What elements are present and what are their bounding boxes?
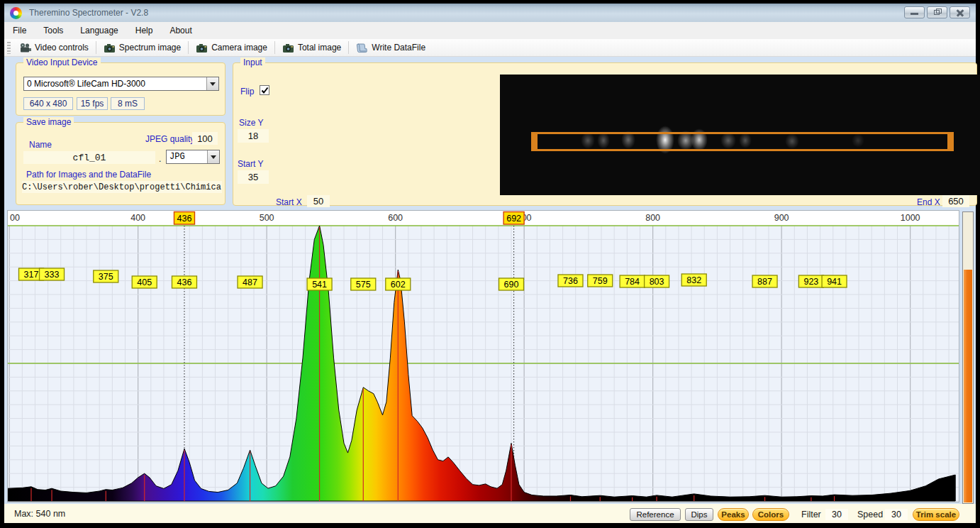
svg-text:333: 333 xyxy=(45,270,60,280)
menu-file[interactable]: File xyxy=(4,23,35,38)
svg-text:317: 317 xyxy=(24,270,39,280)
svg-text:803: 803 xyxy=(650,277,664,287)
signal-level-fill xyxy=(964,270,972,502)
svg-text:923: 923 xyxy=(803,277,818,287)
menu-help[interactable]: Help xyxy=(127,23,162,38)
name-label: Name xyxy=(29,140,52,150)
menu-language[interactable]: Language xyxy=(72,23,126,38)
chevron-down-icon[interactable] xyxy=(207,150,219,163)
svg-text:692: 692 xyxy=(506,214,521,224)
reference-button[interactable]: Reference xyxy=(630,508,681,521)
selection-left-handle[interactable] xyxy=(533,134,538,149)
peaks-button[interactable]: Peaks xyxy=(718,508,749,521)
svg-text:1000: 1000 xyxy=(901,213,920,223)
dot-separator: . xyxy=(159,154,161,164)
title-bar[interactable]: Theremino Spectrometer - V2.8 xyxy=(4,4,976,22)
dips-button[interactable]: Dips xyxy=(685,508,713,521)
signal-level-indicator[interactable] xyxy=(962,211,974,504)
toolbar-label: Video controls xyxy=(35,43,89,53)
svg-text:575: 575 xyxy=(356,280,371,290)
flip-checkbox[interactable] xyxy=(260,85,269,95)
toolbar-camera-image[interactable]: Camera image xyxy=(191,40,272,55)
toolbar-label: Write DataFile xyxy=(372,43,425,53)
svg-text:759: 759 xyxy=(593,276,608,286)
path-value[interactable]: C:\Users\rober\Desktop\progetti\Chimica xyxy=(22,181,222,193)
group-title: Video Input Device xyxy=(23,57,101,67)
svg-text:00: 00 xyxy=(10,213,20,223)
menu-bar: File Tools Language Help About xyxy=(4,22,976,39)
filter-label: Filter xyxy=(801,510,821,519)
start-x-value[interactable]: 50 xyxy=(307,195,330,207)
size-y-label: Size Y xyxy=(239,118,263,128)
jpeg-quality-value[interactable]: 100 xyxy=(192,132,218,145)
video-input-device-group: Video Input Device 0 Microsoft® LifeCam … xyxy=(16,62,225,116)
jpeg-quality-label: JPEG quality xyxy=(145,134,194,144)
minimize-button[interactable] xyxy=(904,6,925,18)
toolbar-spectrum-image[interactable]: Spectrum image xyxy=(99,40,186,55)
svg-text:690: 690 xyxy=(504,280,519,290)
toolbar-grip[interactable] xyxy=(7,42,11,54)
svg-text:887: 887 xyxy=(757,277,772,287)
restore-button[interactable] xyxy=(927,6,947,18)
camera-icon xyxy=(282,43,294,53)
svg-text:736: 736 xyxy=(563,276,578,286)
svg-text:900: 900 xyxy=(774,213,789,223)
colors-button[interactable]: Colors xyxy=(752,508,789,521)
svg-text:941: 941 xyxy=(827,277,842,287)
selected-device: 0 Microsoft® LifeCam HD-3000 xyxy=(24,79,206,89)
toolbar-total-image[interactable]: Total image xyxy=(277,40,346,55)
svg-text:600: 600 xyxy=(388,213,403,223)
window-title: Theremino Spectrometer - V2.8 xyxy=(29,8,148,18)
chevron-down-icon[interactable] xyxy=(206,77,218,90)
filter-value[interactable]: 30 xyxy=(825,509,848,520)
status-bar: Max: 540 nm Reference Dips Peaks Colors … xyxy=(4,504,976,523)
camera-icon xyxy=(196,43,208,53)
start-x-label: Start X xyxy=(276,197,302,207)
camera-icon xyxy=(104,43,116,53)
group-title: Input xyxy=(240,57,265,67)
spectrum-chart-svg: 3173333754054364875415756026907367597848… xyxy=(8,211,959,502)
selection-right-handle[interactable] xyxy=(947,134,952,149)
capture-selection-rect[interactable] xyxy=(531,132,954,151)
resolution-button[interactable]: 640 x 480 xyxy=(23,97,73,110)
menu-about[interactable]: About xyxy=(161,23,200,38)
toolbar-label: Spectrum image xyxy=(119,43,181,53)
spectrum-chart[interactable]: 3173333754054364875415756026907367597848… xyxy=(7,210,959,502)
video-device-select[interactable]: 0 Microsoft® LifeCam HD-3000 xyxy=(23,77,219,91)
application-window: Theremino Spectrometer - V2.8 File Tools… xyxy=(0,0,980,528)
start-y-label: Start Y xyxy=(238,159,263,169)
menu-tools[interactable]: Tools xyxy=(35,23,72,38)
start-y-value[interactable]: 35 xyxy=(238,170,269,184)
size-y-value[interactable]: 18 xyxy=(238,129,269,143)
save-image-group: Save image Name JPEG quality 100 cfl_01 … xyxy=(16,122,225,205)
toolbar-label: Camera image xyxy=(211,43,267,53)
svg-text:541: 541 xyxy=(312,280,327,290)
exposure-button[interactable]: 8 mS xyxy=(111,97,145,110)
speed-value[interactable]: 30 xyxy=(885,509,908,520)
svg-text:800: 800 xyxy=(645,213,660,223)
filename-input[interactable]: cfl_01 xyxy=(23,151,155,164)
svg-text:436: 436 xyxy=(177,277,192,287)
toolbar-video-controls[interactable]: Video controls xyxy=(14,40,94,55)
close-button[interactable] xyxy=(950,6,970,18)
scroll-icon xyxy=(356,43,368,53)
extension-select[interactable]: JPG xyxy=(166,150,220,164)
svg-text:500: 500 xyxy=(260,213,274,223)
svg-text:602: 602 xyxy=(391,280,406,290)
selected-extension: JPG xyxy=(167,152,207,162)
toolbar-label: Total image xyxy=(298,43,341,53)
svg-text:405: 405 xyxy=(137,277,152,287)
fps-button[interactable]: 15 fps xyxy=(77,97,108,110)
trim-scale-button[interactable]: Trim scale xyxy=(913,508,959,521)
check-icon xyxy=(261,87,269,94)
svg-text:400: 400 xyxy=(130,213,145,223)
camera-preview[interactable] xyxy=(500,75,980,195)
svg-text:375: 375 xyxy=(99,272,113,282)
toolbar-write-datafile[interactable]: Write DataFile xyxy=(351,40,430,55)
svg-text:487: 487 xyxy=(243,277,257,287)
path-label: Path for Images and the DataFile xyxy=(26,170,151,180)
speed-label: Speed xyxy=(857,510,883,519)
app-icon xyxy=(10,7,22,19)
end-x-value[interactable]: 650 xyxy=(942,195,969,207)
tool-bar: Video controls Spectrum image Camera ima… xyxy=(4,39,976,57)
